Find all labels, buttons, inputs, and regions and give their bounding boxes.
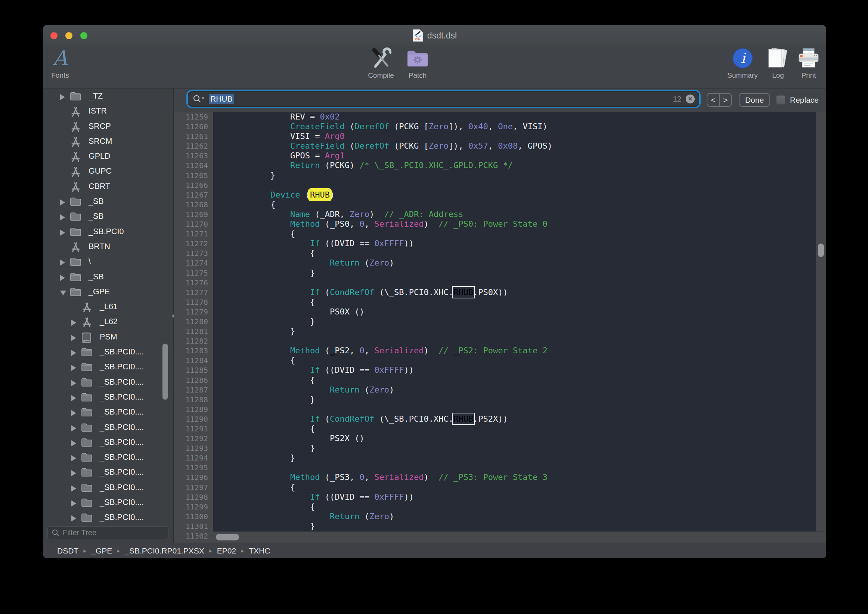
find-previous-button[interactable]: < (707, 94, 720, 106)
tree-item[interactable]: _SB.PCI0.... (43, 450, 173, 465)
code-line: If (CondRefOf (\_SB.PCI0.XHC.RHUB.PS0X)) (231, 288, 816, 297)
tree-item[interactable]: _SB.PCI0.... (43, 465, 173, 480)
line-number: 11281 (174, 326, 213, 336)
tree-item[interactable]: _TZ (43, 89, 173, 104)
find-input[interactable]: RHUB 12 ✕ (188, 91, 699, 107)
code-line: Return (PCKG) /* \_SB_.PCI0.XHC_.GPLD.PC… (231, 161, 816, 170)
tree-item[interactable]: CBRT (43, 180, 173, 195)
chevron-right-icon[interactable] (71, 470, 76, 476)
breadcrumb-item[interactable]: EP02 (217, 546, 236, 555)
device-icon (81, 332, 92, 344)
tree-item[interactable]: _SB.PCI0.... (43, 390, 173, 405)
breadcrumb-item[interactable]: DSDT (57, 546, 78, 555)
done-button[interactable]: Done (739, 93, 770, 107)
vertical-scrollbar-thumb[interactable] (818, 243, 824, 257)
chevron-right-icon[interactable] (60, 260, 65, 265)
chevron-right-icon[interactable] (60, 200, 65, 205)
replace-checkbox[interactable] (776, 95, 786, 105)
code-line: CreateField (DerefOf (PCKG [Zero]), 0x40… (231, 122, 816, 132)
breadcrumb-item[interactable]: _SB.PCI0.RP01.PXSX (125, 546, 204, 555)
fonts-icon: A (53, 48, 68, 68)
tree-item[interactable]: SRCM (43, 135, 173, 149)
tree-item[interactable]: _SB.PCI0.... (43, 420, 173, 436)
sidebar-scrollbar-thumb[interactable] (163, 344, 168, 400)
chevron-right-icon[interactable] (71, 425, 76, 431)
tree-item-label: BRTN (88, 242, 110, 251)
chevron-right-icon[interactable] (71, 395, 76, 401)
chevron-right-icon[interactable] (71, 335, 76, 341)
tree-item[interactable]: _L62 (43, 315, 173, 330)
search-menu-icon[interactable] (192, 94, 205, 104)
sidebar-tree[interactable]: _TZISTRSRCPSRCMGPLDGUPCCBRT_SB_SB_SB.PCI… (43, 89, 173, 529)
tree-item-label: SRCP (88, 122, 111, 131)
chevron-right-icon[interactable] (71, 320, 76, 326)
chevron-right-icon[interactable] (71, 365, 76, 371)
tree-item[interactable]: _SB.PCI0.... (43, 375, 173, 390)
chevron-right-icon[interactable] (60, 94, 65, 100)
method-icon (70, 106, 81, 118)
chevron-right-icon[interactable] (71, 501, 76, 507)
tree-item-label: _TZ (88, 91, 103, 101)
tree-item[interactable]: _SB.PCI0.... (43, 510, 173, 526)
tree-item[interactable]: GUPC (43, 164, 173, 179)
filter-tree-input[interactable]: Filter Tree (47, 526, 169, 539)
chevron-right-icon[interactable] (60, 214, 65, 220)
chevron-right-icon[interactable] (71, 515, 76, 521)
tree-item[interactable]: _SB.PCI0 (43, 225, 173, 240)
chevron-right-icon[interactable] (60, 275, 65, 281)
folder-icon (81, 377, 93, 387)
tree-item[interactable]: \ (43, 255, 173, 270)
clear-search-button[interactable]: ✕ (686, 95, 695, 104)
tree-item[interactable]: _SB.PCI0.... (43, 345, 173, 360)
log-label: Log (767, 71, 789, 79)
code-line: } (231, 171, 816, 180)
tree-item-label: _SB.PCI0.... (100, 362, 144, 372)
patch-button[interactable]: Patch (406, 47, 429, 79)
code-line: CreateField (DerefOf (PCKG [Zero]), 0x57… (231, 141, 816, 151)
tree-item-label: _SB (88, 212, 104, 221)
tree-item[interactable]: SRCP (43, 119, 173, 135)
tree-item[interactable]: BRTN (43, 240, 173, 255)
chevron-right-icon[interactable] (71, 410, 76, 416)
breadcrumb-item[interactable]: TXHC (249, 546, 270, 555)
chevron-right-icon[interactable] (71, 485, 76, 492)
chevron-right-icon[interactable] (71, 380, 76, 386)
tree-item[interactable]: _SB.PCI0.... (43, 405, 173, 420)
code-line: { (231, 424, 816, 434)
chevron-down-icon[interactable] (60, 291, 66, 295)
tree-item[interactable]: _GPE (43, 285, 173, 300)
print-button[interactable]: Print (798, 47, 820, 79)
other-match-highlight: RHUB (453, 414, 473, 423)
tree-item[interactable]: _L61 (43, 300, 173, 315)
horizontal-scrollbar-thumb[interactable] (216, 534, 239, 540)
tree-item-label: _SB (88, 197, 104, 206)
breadcrumb-item[interactable]: _GPE (91, 546, 112, 555)
line-number: 11267 (174, 190, 213, 200)
tree-item[interactable]: _SB.PCI0.... (43, 481, 173, 496)
tree-item[interactable]: GPLD (43, 149, 173, 164)
compile-button[interactable]: Compile (368, 47, 394, 79)
code-editor[interactable]: REV = 0x02 CreateField (DerefOf (PCKG [Z… (213, 112, 816, 532)
horizontal-scrollbar[interactable] (213, 532, 826, 543)
summary-button[interactable]: i Summary (727, 47, 758, 79)
fonts-button[interactable]: A Fonts (51, 47, 69, 79)
code-line: Method (_PS2, 0, Serialized) // _PS2: Po… (231, 346, 816, 355)
chevron-right-icon[interactable] (71, 440, 76, 446)
code-line: { (231, 502, 816, 512)
tree-item[interactable]: _SB (43, 195, 173, 209)
tree-item[interactable]: _SB (43, 209, 173, 225)
chevron-right-icon[interactable] (60, 230, 65, 236)
tree-item[interactable]: ISTR (43, 104, 173, 119)
chevron-right-icon[interactable] (71, 455, 76, 461)
vertical-scrollbar[interactable] (816, 112, 826, 532)
tree-item[interactable]: PSM (43, 330, 173, 345)
log-button[interactable]: Log (767, 47, 789, 79)
tree-item[interactable]: _SB (43, 270, 173, 285)
line-number: 11294 (174, 453, 213, 462)
tree-item[interactable]: _SB.PCI0.... (43, 436, 173, 450)
tree-item[interactable]: _SB.PCI0.... (43, 360, 173, 375)
chevron-right-icon[interactable] (71, 350, 76, 356)
folder-icon (81, 452, 93, 462)
find-next-button[interactable]: > (720, 94, 731, 106)
tree-item[interactable]: _SB.PCI0.... (43, 496, 173, 510)
